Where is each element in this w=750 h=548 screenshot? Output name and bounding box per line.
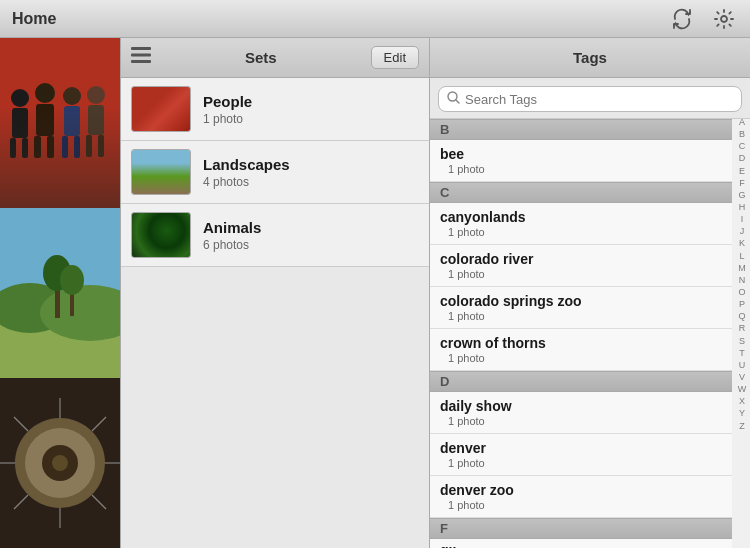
sets-panel: Sets Edit People 1 photo Landscapes 4 ph… — [120, 38, 430, 548]
thumb-landscape[interactable] — [0, 208, 120, 378]
svg-rect-39 — [131, 47, 151, 50]
alpha-letter[interactable]: A — [737, 116, 747, 128]
svg-rect-8 — [34, 136, 41, 158]
svg-rect-13 — [74, 136, 80, 158]
alpha-letter[interactable]: B — [737, 128, 747, 140]
alpha-letter[interactable]: R — [737, 322, 748, 334]
alpha-letter[interactable]: V — [737, 371, 747, 383]
sets-title: Sets — [245, 49, 277, 66]
set-item[interactable]: Animals 6 photos — [121, 204, 429, 267]
svg-rect-5 — [22, 138, 28, 158]
alpha-letter[interactable]: X — [737, 395, 747, 407]
tag-item[interactable]: colorado springs zoo 1 photo — [430, 287, 732, 329]
search-input[interactable] — [465, 92, 733, 107]
alpha-letter[interactable]: D — [737, 152, 748, 164]
tag-name: colorado river — [440, 251, 722, 267]
tag-item[interactable]: canyonlands 1 photo — [430, 203, 732, 245]
alpha-letter[interactable]: U — [737, 359, 748, 371]
svg-rect-1 — [0, 38, 120, 208]
main-content: Sets Edit People 1 photo Landscapes 4 ph… — [0, 38, 750, 548]
alpha-letter[interactable]: T — [737, 347, 747, 359]
alpha-letter[interactable]: G — [736, 189, 747, 201]
set-thumb-image — [132, 213, 190, 257]
tag-name: crown of thorns — [440, 335, 722, 351]
svg-point-38 — [52, 455, 68, 471]
tag-count: 1 photo — [440, 310, 722, 322]
set-thumbnail — [131, 149, 191, 195]
tag-item[interactable]: fiji 1 photo — [430, 539, 732, 548]
svg-rect-11 — [64, 106, 80, 136]
set-info: Landscapes 4 photos — [203, 156, 290, 189]
set-count: 4 photos — [203, 175, 290, 189]
tag-count: 1 photo — [440, 226, 722, 238]
set-item[interactable]: People 1 photo — [121, 78, 429, 141]
alpha-letter[interactable]: E — [737, 165, 747, 177]
alpha-letter[interactable]: Y — [737, 407, 747, 419]
alpha-letter[interactable]: I — [739, 213, 746, 225]
tag-name: bee — [440, 146, 722, 162]
alpha-letter[interactable]: L — [737, 250, 746, 262]
tag-name: denver — [440, 440, 722, 456]
svg-rect-40 — [131, 54, 151, 57]
alpha-letter[interactable]: C — [737, 140, 748, 152]
tag-item[interactable]: bee 1 photo — [430, 140, 732, 182]
alpha-letter[interactable]: M — [736, 262, 748, 274]
tags-panel: Tags B bee 1 photo C canyonlands 1 photo — [430, 38, 750, 548]
alpha-letter[interactable]: S — [737, 335, 747, 347]
alpha-letter[interactable]: Z — [737, 420, 747, 432]
sets-header: Sets Edit — [121, 38, 429, 78]
edit-button[interactable]: Edit — [371, 46, 419, 69]
tag-count: 1 photo — [440, 163, 722, 175]
tag-item[interactable]: colorado river 1 photo — [430, 245, 732, 287]
tag-name: denver zoo — [440, 482, 722, 498]
tag-name: colorado springs zoo — [440, 293, 722, 309]
set-thumbnail — [131, 86, 191, 132]
set-thumb-image — [132, 150, 190, 194]
tag-section-header: F — [430, 518, 732, 539]
photo-sidebar — [0, 38, 120, 548]
tags-header: Tags — [430, 38, 750, 78]
tag-name: daily show — [440, 398, 722, 414]
tag-section-header: D — [430, 371, 732, 392]
alpha-letter[interactable]: J — [738, 225, 747, 237]
alpha-letter[interactable]: H — [737, 201, 748, 213]
refresh-button[interactable] — [668, 5, 696, 33]
alpha-letter[interactable]: P — [737, 298, 747, 310]
svg-rect-9 — [47, 136, 54, 158]
tags-title: Tags — [573, 49, 607, 66]
svg-rect-4 — [10, 138, 16, 158]
tag-item[interactable]: crown of thorns 1 photo — [430, 329, 732, 371]
settings-button[interactable] — [710, 5, 738, 33]
alpha-letter[interactable]: N — [737, 274, 748, 286]
alpha-letter[interactable]: K — [737, 237, 747, 249]
tag-item[interactable]: daily show 1 photo — [430, 392, 732, 434]
set-name: Animals — [203, 219, 261, 236]
set-info: Animals 6 photos — [203, 219, 261, 252]
alpha-letter[interactable]: Q — [736, 310, 747, 322]
app-title: Home — [12, 10, 56, 28]
set-item[interactable]: Landscapes 4 photos — [121, 141, 429, 204]
tag-item[interactable]: denver 1 photo — [430, 434, 732, 476]
svg-rect-15 — [88, 105, 104, 135]
tag-section-header: C — [430, 182, 732, 203]
alpha-letter[interactable]: F — [737, 177, 747, 189]
search-icon — [447, 91, 460, 107]
title-icons — [668, 5, 738, 33]
svg-point-25 — [60, 265, 84, 295]
set-info: People 1 photo — [203, 93, 252, 126]
tag-count: 1 photo — [440, 499, 722, 511]
tag-count: 1 photo — [440, 268, 722, 280]
tag-item[interactable]: denver zoo 1 photo — [430, 476, 732, 518]
tag-section-header: B — [430, 119, 732, 140]
sets-icon[interactable] — [131, 47, 151, 68]
svg-line-43 — [456, 100, 459, 103]
alpha-letter[interactable]: W — [736, 383, 749, 395]
thumb-urchin[interactable] — [0, 378, 120, 548]
svg-point-2 — [11, 89, 29, 107]
thumb-people[interactable] — [0, 38, 120, 208]
alpha-letter[interactable]: O — [736, 286, 747, 298]
svg-rect-17 — [98, 135, 104, 157]
tags-search-area — [430, 78, 750, 119]
tags-list: B bee 1 photo C canyonlands 1 photo colo… — [430, 119, 750, 548]
set-count: 6 photos — [203, 238, 261, 252]
